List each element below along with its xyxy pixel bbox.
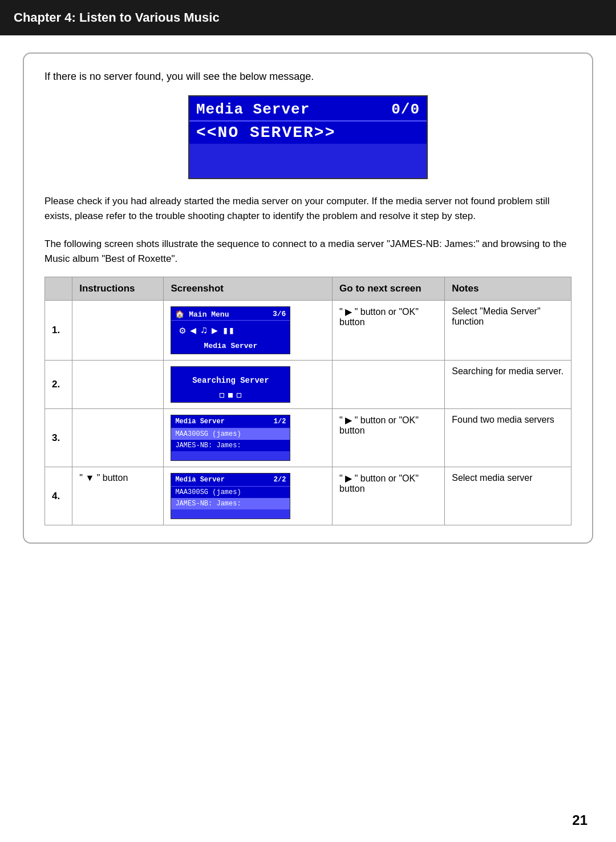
row-4-blank	[171, 509, 290, 519]
row-1-instructions	[72, 301, 164, 361]
row-1-screen-header: 🏠 Main Menu 3/6	[171, 307, 290, 321]
row-4-screen: Media Server 2/2 MAA300SG (james) JAMES-…	[171, 473, 290, 519]
steps-table: Instructions Screenshot Go to next scree…	[44, 277, 572, 525]
table-row: 2. Searching Server Searc	[45, 361, 572, 409]
row-1-num: 1.	[45, 301, 72, 361]
row-3-screen: Media Server 1/2 MAA300SG (james) JAMES-…	[171, 415, 290, 461]
row-1-goto: " ▶ " button or "OK" button	[333, 301, 445, 361]
row-2-screenshot: Searching Server	[164, 361, 333, 409]
no-server-intro: If there is no server found, you will se…	[44, 71, 572, 83]
dot-3	[237, 393, 241, 398]
row-2-notes: Searching for media server.	[445, 361, 572, 409]
col-header-num	[45, 277, 72, 301]
no-server-device-screen: Media Server 0/0 <<NO SERVER>>	[188, 95, 428, 179]
row-2-num: 2.	[45, 361, 72, 409]
home-icon: 🏠 Main Menu	[175, 310, 229, 319]
icon-back: ◀	[190, 324, 196, 337]
col-header-screenshot: Screenshot	[164, 277, 333, 301]
row-3-goto: " ▶ " button or "OK" button	[333, 409, 445, 467]
row-4-notes: Select media server	[445, 467, 572, 525]
chapter-header: Chapter 4: Listen to Various Music	[0, 0, 616, 35]
row-1-notes: Select "Media Server" function	[445, 301, 572, 361]
row-4-num: 4.	[45, 467, 72, 525]
device-count: 0/0	[391, 101, 420, 118]
row-1-count: 3/6	[273, 310, 286, 319]
row-2-dots	[171, 391, 290, 402]
device-screen-row1: Media Server 0/0	[189, 96, 427, 122]
no-server-text: <<NO SERVER>>	[196, 124, 335, 141]
row-4-instructions: " ▼ " button	[72, 467, 164, 525]
row-4-header: Media Server 2/2	[171, 473, 290, 487]
row-4-count: 2/2	[274, 476, 286, 484]
row-3-label: Media Server	[175, 418, 224, 426]
device-screen-row2: <<NO SERVER>>	[189, 122, 427, 144]
device-label: Media Server	[196, 101, 310, 118]
row-2-search-text: Searching Server	[171, 367, 290, 391]
content-box: If there is no server found, you will se…	[23, 52, 593, 544]
row-2-instructions	[72, 361, 164, 409]
row-3-blank	[171, 451, 290, 460]
row-4-goto: " ▶ " button or "OK" button	[333, 467, 445, 525]
row-4-item-2: JAMES-NB: James:	[171, 498, 290, 509]
row-3-instructions	[72, 409, 164, 467]
table-row: 4. " ▼ " button Media Server 2/2 MAA300S…	[45, 467, 572, 525]
no-server-screen-container: Media Server 0/0 <<NO SERVER>>	[44, 95, 572, 179]
row-3-num: 3.	[45, 409, 72, 467]
row-3-count: 1/2	[274, 418, 286, 426]
description-text: Please check if you had already started …	[44, 194, 572, 224]
row-1-screenshot: 🏠 Main Menu 3/6 ⚙ ◀ ♫ ▶ ▮▮ Media Server	[164, 301, 333, 361]
row-3-notes: Found two media servers	[445, 409, 572, 467]
icon-settings: ⚙	[179, 324, 185, 337]
row-4-item-1: MAA300SG (james)	[171, 487, 290, 498]
row-1-label: Media Server	[171, 340, 290, 354]
row-4-screenshot: Media Server 2/2 MAA300SG (james) JAMES-…	[164, 467, 333, 525]
row-3-item-2: JAMES-NB: James:	[171, 440, 290, 451]
chapter-title: Chapter 4: Listen to Various Music	[14, 10, 220, 25]
table-header-row: Instructions Screenshot Go to next scree…	[45, 277, 572, 301]
row-4-label: Media Server	[175, 476, 224, 484]
col-header-goto: Go to next screen	[333, 277, 445, 301]
page-number: 21	[572, 812, 587, 828]
icon-play: ▶	[212, 324, 218, 337]
sequence-text: The following screen shots illustrate th…	[44, 237, 572, 267]
row-3-item-1: MAA300SG (james)	[171, 428, 290, 440]
icon-music: ♫	[201, 325, 207, 336]
row-1-icons: ⚙ ◀ ♫ ▶ ▮▮	[171, 321, 290, 340]
icon-stop: ▮▮	[222, 324, 235, 337]
row-2-goto	[333, 361, 445, 409]
row-1-screen: 🏠 Main Menu 3/6 ⚙ ◀ ♫ ▶ ▮▮ Media Server	[171, 306, 290, 354]
col-header-instructions: Instructions	[72, 277, 164, 301]
table-row: 1. 🏠 Main Menu 3/6 ⚙ ◀ ♫	[45, 301, 572, 361]
dot-1	[220, 393, 224, 398]
row-3-screenshot: Media Server 1/2 MAA300SG (james) JAMES-…	[164, 409, 333, 467]
row-3-header: Media Server 1/2	[171, 415, 290, 428]
row-2-screen: Searching Server	[171, 366, 290, 403]
dot-2	[228, 393, 233, 398]
col-header-notes: Notes	[445, 277, 572, 301]
device-screen-row3	[189, 144, 427, 178]
table-row: 3. Media Server 1/2 MAA300SG (james) JAM…	[45, 409, 572, 467]
